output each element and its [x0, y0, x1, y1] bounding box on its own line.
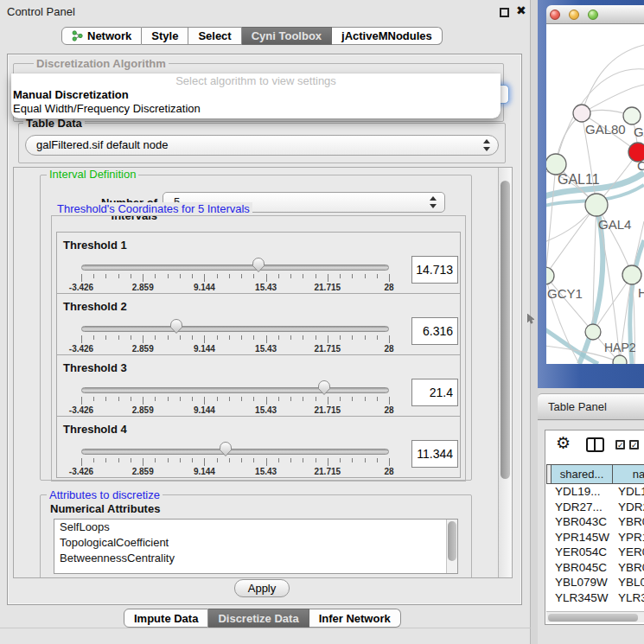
- slider-track[interactable]: [81, 265, 389, 271]
- checkbox-checked-icon[interactable]: ✓: [615, 440, 625, 450]
- split-view-icon[interactable]: [586, 437, 604, 452]
- table-row[interactable]: YBR043CYBR0: [546, 514, 644, 530]
- checkbox-checked-icon[interactable]: ✓: [629, 440, 639, 450]
- network-node-ga[interactable]: [623, 107, 641, 124]
- slider-thumb[interactable]: [219, 441, 233, 458]
- column-header-1[interactable]: shared...: [551, 464, 613, 484]
- network-node-h[interactable]: [622, 265, 641, 284]
- node-label: GA: [634, 124, 644, 139]
- slider-thumb[interactable]: [317, 379, 332, 397]
- cyni-mode-tab-bar: Impute DataDiscretize DataInfer Network: [124, 609, 401, 628]
- thresholds-group: Threshold 1 -3.4262.8599.14415.4321.7152…: [51, 215, 466, 481]
- tab-cyni-toolbox[interactable]: Cyni Toolbox: [242, 27, 332, 45]
- zoom-traffic-light[interactable]: [588, 10, 598, 20]
- algorithm-dropdown-popup: Select algorithm to view settings Manual…: [11, 73, 501, 118]
- slider-track[interactable]: [81, 326, 389, 332]
- table-row[interactable]: YDR27...YDR2: [546, 500, 644, 515]
- float-window-icon[interactable]: [500, 8, 509, 17]
- slider-ticks: [81, 397, 389, 405]
- gear-icon[interactable]: ⚙: [556, 435, 571, 452]
- table-row[interactable]: YBR045CYBR0: [546, 560, 644, 576]
- threshold-slider[interactable]: -3.4262.8599.14415.4321.71528: [81, 318, 389, 356]
- scrollbar-thumb[interactable]: [548, 614, 638, 622]
- node-label: GCY1: [547, 286, 583, 301]
- node-label: HAP2: [604, 341, 636, 354]
- combobox-stepper-icon[interactable]: [482, 139, 490, 151]
- slider-thumb[interactable]: [169, 318, 184, 335]
- network-node-gal4[interactable]: [585, 194, 608, 216]
- attribute-list-item[interactable]: TopologicalCoefficient: [54, 535, 457, 551]
- slider-ticks: [81, 335, 389, 344]
- slider-thumb[interactable]: [252, 257, 266, 274]
- tab-style[interactable]: Style: [142, 27, 188, 45]
- table-data-group-title: Table Data: [23, 117, 85, 130]
- attributes-group-title: Attributes to discretize: [47, 488, 163, 501]
- toolbox-tab-bar: NetworkStyleSelectCyni ToolboxjActiveMNo…: [61, 27, 443, 45]
- cyni-toolbox-panel: Discretization Algorithm Select algorith…: [7, 54, 522, 605]
- numerical-attributes-list[interactable]: SelfLoopsTopologicalCoefficientBetweenne…: [54, 519, 458, 574]
- settings-vertical-scrollbar[interactable]: [498, 168, 512, 577]
- slider-ticks: [81, 274, 389, 283]
- scrollbar-thumb[interactable]: [501, 181, 510, 479]
- slider-track[interactable]: [81, 387, 389, 393]
- apply-button[interactable]: Apply: [234, 579, 290, 597]
- slider-tick-labels: -3.4262.8599.14415.4321.71528: [81, 405, 389, 416]
- table-panel-header: Table Panel: [538, 393, 644, 420]
- threshold-panel: Threshold 4 -3.4262.8599.14415.4321.7152…: [56, 416, 461, 478]
- control-panel-window: Control Panel ✖ NetworkStyleSelectCyni T…: [0, 0, 531, 644]
- table-panel-window: ⚙ ✓ ✓ shared...name YDL19...YDL1YDR27...…: [538, 421, 644, 644]
- table-row[interactable]: YIL052CYIL0: [546, 605, 644, 609]
- network-node-gcy1[interactable]: [546, 267, 554, 284]
- column-header-2[interactable]: name: [612, 464, 644, 484]
- threshold-value-field[interactable]: [411, 440, 458, 468]
- interval-definition-group-title: Interval Definition: [47, 168, 138, 181]
- threshold-slider[interactable]: -3.4262.8599.14415.4321.71528: [81, 257, 389, 295]
- threshold-slider[interactable]: -3.4262.8599.14415.4321.71528: [81, 379, 389, 418]
- network-edge: [546, 164, 556, 276]
- close-icon[interactable]: ✖: [516, 3, 526, 17]
- slider-tick-labels: -3.4262.8599.14415.4321.71528: [81, 467, 389, 477]
- node-label: C: [637, 158, 644, 173]
- threshold-label: Threshold 2: [63, 300, 127, 313]
- network-edge: [546, 205, 596, 277]
- table-panel-title: Table Panel: [548, 394, 607, 419]
- threshold-slider[interactable]: -3.4262.8599.14415.4321.71528: [81, 441, 389, 479]
- network-edge: [582, 45, 644, 113]
- spinner-stepper-icon[interactable]: [429, 196, 437, 208]
- table-data-combobox[interactable]: galFiltered.sif default node: [25, 135, 499, 156]
- node-label: GAL11: [558, 172, 600, 187]
- tab-network[interactable]: Network: [61, 27, 142, 45]
- threshold-panel: Threshold 3 -3.4262.8599.14415.4321.7152…: [56, 354, 461, 417]
- attribute-list-item[interactable]: SelfLoops: [54, 520, 457, 535]
- threshold-value-field[interactable]: [411, 317, 458, 345]
- table-horizontal-scrollbar[interactable]: [546, 611, 644, 622]
- threshold-value-field[interactable]: [411, 256, 458, 284]
- network-canvas[interactable]: GAL80GACGAL11GAL4GCY1HHAP2: [546, 24, 644, 364]
- network-window-titlebar[interactable]: [546, 5, 644, 24]
- tab-select[interactable]: Select: [188, 27, 241, 45]
- table-row[interactable]: YPR145WYPR1: [546, 530, 644, 545]
- attribute-list-item[interactable]: BetweennessCentrality: [54, 551, 457, 566]
- algorithm-option[interactable]: Manual Discretization: [11, 88, 501, 102]
- table-data-combobox-value: galFiltered.sif default node: [36, 138, 168, 151]
- tab-jactivemnodules[interactable]: jActiveMNodules: [332, 27, 443, 45]
- network-icon: [72, 30, 83, 41]
- thresholds-group-title: Threshold's Coordinates for 5 Intervals: [54, 202, 252, 215]
- network-node[interactable]: [613, 355, 627, 364]
- table-row[interactable]: YDL19...YDL1: [546, 484, 644, 500]
- network-node-hap2[interactable]: [585, 324, 601, 340]
- tab-discretize-data[interactable]: Discretize Data: [208, 609, 309, 628]
- tab-impute-data[interactable]: Impute Data: [124, 609, 208, 628]
- attributes-list-scrollbar[interactable]: [446, 520, 457, 573]
- tab-infer-network[interactable]: Infer Network: [309, 609, 401, 628]
- minimize-traffic-light[interactable]: [569, 10, 579, 20]
- table-row[interactable]: YBL079WYBL0: [546, 575, 644, 590]
- threshold-value-field[interactable]: [411, 379, 458, 406]
- close-traffic-light[interactable]: [550, 10, 560, 20]
- table-row[interactable]: YLR345WYLR3: [546, 590, 644, 606]
- slider-track[interactable]: [81, 449, 389, 455]
- algorithm-option[interactable]: Equal Width/Frequency Discretization: [11, 102, 501, 116]
- table-row[interactable]: YER054CYER0: [546, 545, 644, 560]
- network-node-gal80[interactable]: [573, 105, 590, 122]
- settings-scrollpane: Number of Intervals 5 Threshold's Coordi…: [13, 167, 513, 578]
